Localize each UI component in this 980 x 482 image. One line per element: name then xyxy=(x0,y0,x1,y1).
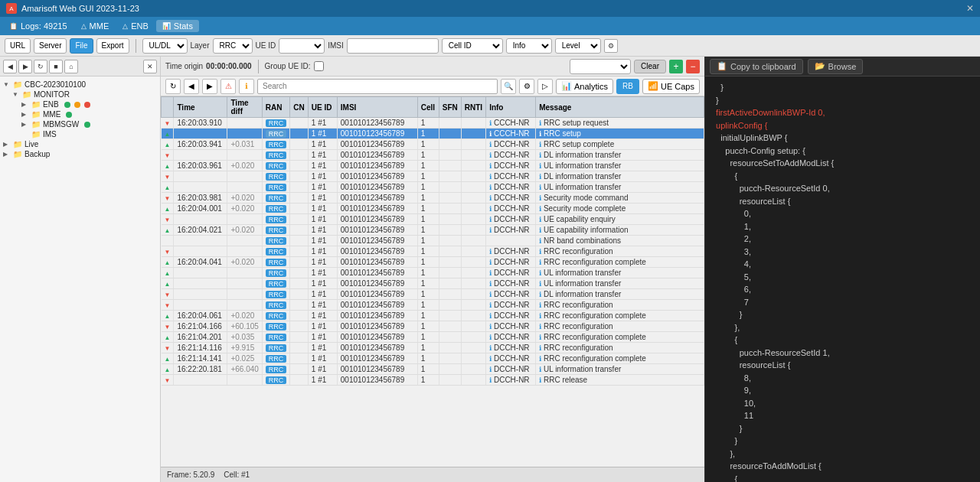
info-select[interactable]: Info xyxy=(506,38,552,54)
minus-btn[interactable]: − xyxy=(686,60,700,73)
group-ue-id-checkbox[interactable] xyxy=(314,61,324,71)
table-row[interactable]: ▼ RRC 1 #1 001010123456789 1 ℹ DCCH-NR ℹ… xyxy=(162,214,704,225)
info-btn[interactable]: ℹ xyxy=(239,79,254,94)
col-imsi[interactable]: IMSI xyxy=(337,97,417,118)
col-cell[interactable]: Cell xyxy=(417,97,439,118)
nav-btn[interactable]: ▷ xyxy=(537,79,553,94)
analytics-btn[interactable]: 📊 Analytics xyxy=(556,79,613,94)
mode-select[interactable]: UL/DL xyxy=(142,38,188,54)
clear-select[interactable] xyxy=(570,59,631,74)
cell-ran: RRC xyxy=(262,161,290,171)
table-row[interactable]: ▲ 16:20:04.001 +0.020 RRC 1 #1 001010123… xyxy=(162,204,704,214)
table-row[interactable]: ▲ 16:20:04.061 +0.020 RRC 1 #1 001010123… xyxy=(162,311,704,321)
table-row[interactable]: ▲ 16:20:03.941 +0.031 RRC 1 #1 001010123… xyxy=(162,139,704,150)
filter-icon-btn[interactable]: ⚙ xyxy=(519,79,534,94)
layer-select[interactable]: RRC xyxy=(213,38,253,54)
table-row[interactable]: ▼ 16:21:14.116 +9.915 RRC 1 #1 001010123… xyxy=(162,343,704,353)
table-row[interactable]: ▼ 16:21:04.166 +60.105 RRC 1 #1 00101012… xyxy=(162,321,704,332)
table-row[interactable]: ▼ RRC 1 #1 001010123456789 1 ℹ DCCH-NR ℹ… xyxy=(162,150,704,161)
sidebar-forward-btn[interactable]: ▶ xyxy=(18,60,32,73)
table-row[interactable]: ▲ 16:21:04.201 +0.035 RRC 1 #1 001010123… xyxy=(162,332,704,343)
sidebar-close-btn[interactable]: ✕ xyxy=(143,60,157,73)
col-info[interactable]: Info xyxy=(486,97,536,118)
tree-item-mme[interactable]: ▶ 📁 MME xyxy=(0,109,160,119)
col-message[interactable]: Message xyxy=(536,97,704,118)
cell-info xyxy=(486,236,536,246)
browse-btn[interactable]: 📂 Browse xyxy=(808,59,864,74)
menu-stats[interactable]: 📊 Stats xyxy=(156,20,199,32)
tree-arrow-mme: ▶ xyxy=(21,111,29,118)
warning-btn[interactable]: ⚠ xyxy=(220,79,236,94)
rb-btn[interactable]: RB xyxy=(616,79,639,94)
menu-mme[interactable]: △ MME xyxy=(75,20,116,32)
tree-item-monitor[interactable]: ▼ 📁 MONITOR xyxy=(0,90,160,99)
folder-icon-ims: 📁 xyxy=(31,130,41,138)
imsi-input[interactable] xyxy=(347,38,439,54)
cell-arrow: ▲ xyxy=(162,161,174,171)
col-time[interactable]: Time xyxy=(174,97,227,118)
col-rnti[interactable]: RNTI xyxy=(461,97,485,118)
cell-sfn xyxy=(439,268,461,278)
table-row[interactable]: ▲ RRC 1 #1 001010123456789 1 ℹ CCCH-NR ℹ… xyxy=(162,129,704,139)
table-row[interactable]: ▲ 16:20:04.021 +0.020 RRC 1 #1 001010123… xyxy=(162,225,704,236)
col-ueid[interactable]: UE ID xyxy=(308,97,337,118)
clear-btn[interactable]: Clear xyxy=(634,60,666,73)
table-row[interactable]: ▲ RRC 1 #1 001010123456789 1 ℹ DCCH-NR ℹ… xyxy=(162,182,704,193)
cell-ran: RRC xyxy=(262,236,290,246)
cell-imsi: 001010123456789 xyxy=(337,311,417,321)
table-container: Time Time diff RAN CN UE ID IMSI Cell SF… xyxy=(161,96,704,467)
col-timediff[interactable]: Time diff xyxy=(227,97,262,118)
close-icon[interactable]: ✕ xyxy=(966,3,974,14)
table-row[interactable]: ▼ RRC 1 #1 001010123456789 1 ℹ DCCH-NR ℹ… xyxy=(162,171,704,182)
menu-logs[interactable]: 📋 Logs: 49215 xyxy=(3,20,74,32)
file-btn[interactable]: File xyxy=(70,38,93,54)
settings-btn[interactable]: ⚙ xyxy=(604,39,618,53)
copy-clipboard-btn[interactable]: 📋 Copy to clipboard xyxy=(710,59,803,74)
ue-id-select[interactable] xyxy=(279,38,325,54)
table-row[interactable]: ▲ 16:20:03.961 +0.020 RRC 1 #1 001010123… xyxy=(162,161,704,171)
table-row[interactable]: ▼ RRC 1 #1 001010123456789 1 ℹ DCCH-NR ℹ… xyxy=(162,289,704,300)
sidebar-refresh-btn[interactable]: ↻ xyxy=(34,60,47,73)
table-row[interactable]: ▲ 16:21:14.141 +0.025 RRC 1 #1 001010123… xyxy=(162,353,704,364)
tree-item-live[interactable]: ▶ 📁 Live xyxy=(0,139,160,149)
search-icon-btn[interactable]: 🔍 xyxy=(501,79,516,94)
sidebar-home-btn[interactable]: ⌂ xyxy=(64,60,78,73)
sidebar-stop-btn[interactable]: ■ xyxy=(49,60,63,73)
col-ran[interactable]: RAN xyxy=(262,97,290,118)
tree-item-ims[interactable]: 📁 IMS xyxy=(0,129,160,139)
table-row[interactable]: RRC 1 #1 001010123456789 1 ℹ NR band com… xyxy=(162,236,704,246)
tree-item-cbc[interactable]: ▼ 📁 CBC-2023010100 xyxy=(0,80,160,90)
col-sfn[interactable]: SFN xyxy=(439,97,461,118)
cell-ran: RRC xyxy=(262,353,290,364)
export-btn[interactable]: Export xyxy=(96,38,129,54)
col-cn[interactable]: CN xyxy=(290,97,308,118)
tree-item-enb[interactable]: ▶ 📁 ENB xyxy=(0,99,160,109)
table-row[interactable]: ▼ RRC 1 #1 001010123456789 1 ℹ DCCH-NR ℹ… xyxy=(162,300,704,311)
table-row[interactable]: ▲ RRC 1 #1 001010123456789 1 ℹ DCCH-NR ℹ… xyxy=(162,278,704,289)
table-row[interactable]: ▲ 16:20:04.041 +0.020 RRC 1 #1 001010123… xyxy=(162,257,704,268)
prev-btn[interactable]: ◀ xyxy=(184,79,199,94)
table-row[interactable]: ▲ 16:22:20.181 +66.040 RRC 1 #1 00101012… xyxy=(162,364,704,375)
table-row[interactable]: ▼ RRC 1 #1 001010123456789 1 ℹ DCCH-NR ℹ… xyxy=(162,246,704,257)
table-row[interactable]: ▲ RRC 1 #1 001010123456789 1 ℹ DCCH-NR ℹ… xyxy=(162,268,704,278)
refresh-btn[interactable]: ↻ xyxy=(165,79,181,94)
sidebar-back-btn[interactable]: ◀ xyxy=(3,60,17,73)
cell-message: ℹ RRC reconfiguration complete xyxy=(536,257,704,268)
tree-item-mbmsgw[interactable]: ▶ 📁 MBMSGW xyxy=(0,119,160,129)
filter-bar: Time origin 00:00:00.000 Group UE ID: Cl… xyxy=(161,57,704,77)
next-btn[interactable]: ▶ xyxy=(202,79,217,94)
table-row[interactable]: ▼ 16:20:03.981 +0.020 RRC 1 #1 001010123… xyxy=(162,193,704,204)
url-btn[interactable]: URL xyxy=(5,38,31,54)
uecaps-btn[interactable]: 📶 UE Caps xyxy=(642,79,700,94)
cell-sfn xyxy=(439,246,461,257)
level-select[interactable]: Level xyxy=(555,38,601,54)
search-input[interactable] xyxy=(257,79,498,94)
menu-enb[interactable]: △ ENB xyxy=(116,20,155,32)
table-row[interactable]: ▼ 16:20:03.910 RRC 1 #1 001010123456789 … xyxy=(162,118,704,129)
server-btn[interactable]: Server xyxy=(34,38,67,54)
tree-item-backup[interactable]: ▶ 📁 Backup xyxy=(0,149,160,159)
add-btn[interactable]: + xyxy=(669,60,683,73)
cell-id-select[interactable]: Cell ID xyxy=(442,38,503,54)
table-row[interactable]: ▼ RRC 1 #1 001010123456789 1 ℹ DCCH-NR ℹ… xyxy=(162,375,704,386)
cell-time: 16:20:04.021 xyxy=(174,225,227,236)
